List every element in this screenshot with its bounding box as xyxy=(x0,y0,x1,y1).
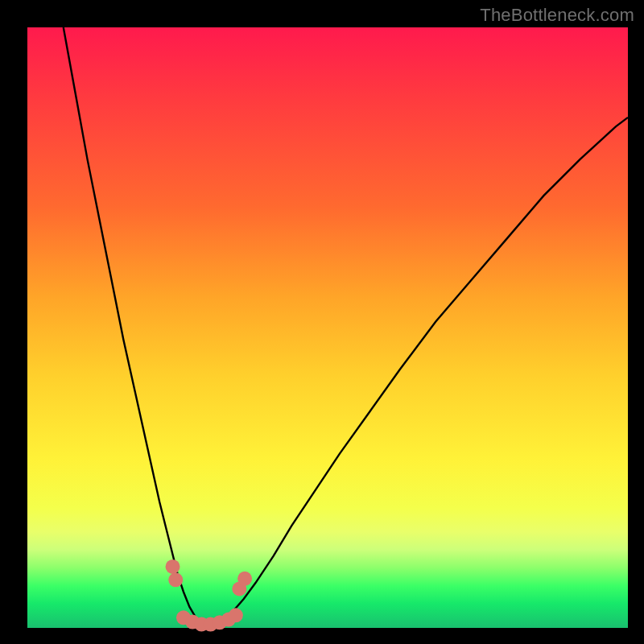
valley-marker xyxy=(168,572,183,587)
curve-left-branch xyxy=(64,27,208,627)
valley-markers xyxy=(166,559,253,632)
valley-marker xyxy=(229,608,243,622)
chart-frame: TheBottleneck.com xyxy=(0,0,644,644)
curve-right-branch xyxy=(208,118,628,627)
watermark-text: TheBottleneck.com xyxy=(480,5,634,26)
valley-marker xyxy=(237,572,252,586)
chart-curves-svg xyxy=(27,27,628,628)
valley-marker xyxy=(166,559,180,574)
